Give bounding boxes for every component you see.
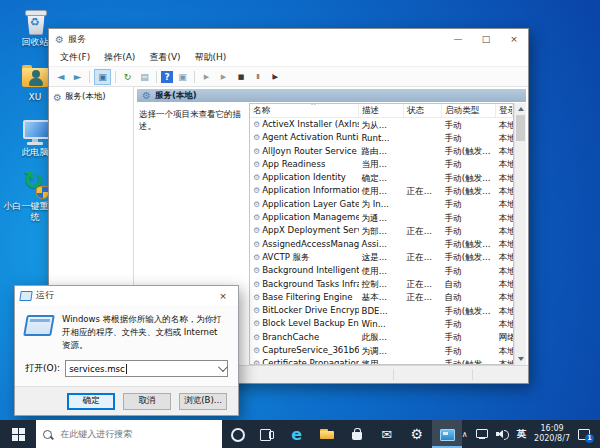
- search-input[interactable]: [58, 428, 215, 440]
- service-row[interactable]: ⚙ActiveX Installer (AxInstSV)为从...手动本地系统: [250, 118, 513, 132]
- help-icon[interactable]: ?: [161, 71, 173, 83]
- cancel-button[interactable]: 取消: [123, 393, 171, 410]
- tree-item-services-local[interactable]: ⚙ 服务(本地): [49, 90, 133, 104]
- task-view-icon: [259, 427, 275, 441]
- service-row[interactable]: ⚙AllJoyn Router Service路由...手动(触发...本地服务: [250, 145, 513, 158]
- service-row[interactable]: ⚙Certificate Propagation将用...手动(触发...本地系…: [250, 357, 513, 365]
- toolbar-separator: [156, 71, 157, 83]
- run-titlebar[interactable]: 运行 ×: [15, 286, 238, 305]
- export-list-icon[interactable]: ▤: [137, 70, 152, 84]
- mail-icon: ✉: [381, 427, 392, 442]
- service-row[interactable]: ⚙AppX Deployment Servic...为部...正在...手动本地…: [250, 224, 513, 237]
- scrollbar-thumb[interactable]: [516, 115, 525, 141]
- services-table: 名称^描述状态启动类型登录为 ⚙ActiveX Installer (AxIns…: [250, 104, 513, 365]
- ok-button[interactable]: 确定: [67, 393, 115, 410]
- back-icon[interactable]: ◄: [53, 70, 68, 84]
- service-row[interactable]: ⚙Base Filtering Engine基本...正在...自动本地服务: [250, 291, 513, 304]
- stop-service-icon[interactable]: ■: [233, 70, 248, 84]
- column-header-1[interactable]: 描述: [359, 104, 404, 118]
- service-startup: 手动: [442, 317, 496, 330]
- taskbar-store-button[interactable]: [342, 420, 372, 448]
- service-row[interactable]: ⚙AssignedAccessManager...Assi...手动(触发...…: [250, 238, 513, 251]
- service-name-cell: ⚙Certificate Propagation: [250, 357, 359, 365]
- close-button[interactable]: ×: [500, 29, 528, 49]
- reinstall-glyph: ↻: [15, 166, 52, 195]
- service-name-cell: ⚙AllJoyn Router Service: [250, 145, 359, 158]
- service-name: App Readiness: [262, 159, 325, 169]
- service-row[interactable]: ⚙Application Layer Gatewa...为 In...手动本地服…: [250, 198, 513, 211]
- service-name: Background Tasks Infras...: [262, 279, 358, 289]
- taskbar-file-explorer-button[interactable]: [312, 420, 342, 448]
- service-row[interactable]: ⚙Application Information使用...正在...手动(触发.…: [250, 184, 513, 197]
- restart-service-icon[interactable]: I▶: [267, 70, 282, 84]
- service-row[interactable]: ⚙Block Level Backup Engi...Win...手动本地系统: [250, 317, 513, 330]
- column-header-2[interactable]: 状态: [404, 104, 442, 118]
- gear-icon: ⚙: [53, 92, 62, 103]
- forward-icon[interactable]: ►: [70, 70, 85, 84]
- resume-service-icon[interactable]: ▶: [216, 70, 231, 84]
- open-combobox[interactable]: services.msc: [65, 360, 228, 377]
- notification-badge: 1: [585, 434, 594, 443]
- service-row[interactable]: ⚙Agent Activation Runtime...Runt...手动本地系…: [250, 131, 513, 144]
- service-row[interactable]: ⚙App Readiness当用...手动本地系统: [250, 158, 513, 171]
- service-row[interactable]: ⚙Application Management为通...手动本地系统: [250, 211, 513, 224]
- service-desc: 使用...: [359, 184, 404, 197]
- column-header-3[interactable]: 启动类型: [442, 104, 496, 118]
- taskbar-mail-button[interactable]: ✉: [372, 420, 402, 448]
- services-titlebar[interactable]: ⚙ 服务 — □ ×: [49, 29, 528, 49]
- statusbar-divider: [472, 369, 473, 380]
- menu-help[interactable]: 帮助(H): [188, 51, 234, 64]
- scroll-up-icon[interactable]: [518, 107, 524, 111]
- tray-expand-icon[interactable]: ∧: [462, 430, 468, 439]
- service-desc: Runt...: [359, 131, 404, 144]
- notification-center-icon[interactable]: 1: [578, 429, 592, 440]
- service-row[interactable]: ⚙Background Intelligent T...使用...手动本地系统: [250, 264, 513, 277]
- menu-action[interactable]: 操作(A): [97, 51, 142, 64]
- browse-button[interactable]: 浏览(B)...: [179, 393, 227, 410]
- menu-file[interactable]: 文件(F): [53, 51, 97, 64]
- service-row[interactable]: ⚙Background Tasks Infras...控制...正在...自动本…: [250, 278, 513, 291]
- dropdown-arrow-icon[interactable]: [218, 362, 228, 372]
- statusbar-divider: [393, 369, 394, 380]
- volume-icon[interactable]: [496, 429, 509, 439]
- file-explorer-icon: [319, 427, 335, 441]
- service-row[interactable]: ⚙BranchCache此服...手动网络服务: [250, 331, 513, 344]
- service-desc: 当用...: [359, 158, 404, 171]
- taskbar-services-button[interactable]: [432, 420, 462, 448]
- taskbar-cortana-button[interactable]: [222, 420, 252, 448]
- start-button[interactable]: [0, 420, 36, 448]
- network-icon[interactable]: [476, 429, 488, 439]
- ime-indicator[interactable]: 英: [517, 428, 527, 441]
- maximize-button[interactable]: □: [472, 29, 500, 49]
- menu-view[interactable]: 查看(V): [142, 51, 187, 64]
- service-logon: 本地系统: [496, 211, 513, 224]
- properties-window-icon[interactable]: ▣: [175, 70, 190, 84]
- service-name: Agent Activation Runtime...: [262, 132, 358, 142]
- service-row[interactable]: ⚙CaptureService_361b6为调...手动本地系统: [250, 344, 513, 357]
- vertical-scrollbar[interactable]: [514, 103, 526, 365]
- column-header-0[interactable]: 名称^: [250, 104, 359, 118]
- pause-service-icon[interactable]: Ⅱ: [250, 70, 265, 84]
- minimize-button[interactable]: —: [444, 29, 472, 49]
- refresh-icon[interactable]: ↻: [120, 70, 135, 84]
- scroll-down-icon[interactable]: [518, 357, 524, 361]
- service-row[interactable]: ⚙AVCTP 服务这是...正在...手动(触发...本地服务: [250, 251, 513, 264]
- taskbar-task-view-button[interactable]: [252, 420, 282, 448]
- run-message: Windows 将根据你所输入的名称，为你打开相应的程序、文件夹、文档或 Int…: [62, 313, 228, 351]
- service-name-cell: ⚙Application Information: [250, 184, 359, 197]
- start-service-icon[interactable]: ▶: [199, 70, 214, 84]
- taskbar-edge-button[interactable]: e: [282, 420, 312, 448]
- taskbar-clock[interactable]: 16:09 2020/8/7: [534, 424, 570, 444]
- show-console-tree-icon[interactable]: ▣: [94, 69, 111, 85]
- service-row[interactable]: ⚙BitLocker Drive Encryptio...BDE...手动(触发…: [250, 304, 513, 317]
- service-row[interactable]: ⚙Application Identity确定...手动(触发...本地服务: [250, 171, 513, 184]
- taskbar-search[interactable]: [36, 420, 222, 448]
- close-icon[interactable]: ×: [208, 286, 238, 305]
- service-status: [404, 304, 442, 317]
- service-logon: 本地服务: [496, 145, 513, 158]
- service-logon: 本地系统: [496, 158, 513, 171]
- column-header-4[interactable]: 登录为: [496, 104, 513, 118]
- service-startup: 自动: [442, 278, 496, 291]
- service-status: 正在...: [404, 251, 442, 264]
- taskbar-settings-button[interactable]: ⚙: [402, 420, 432, 448]
